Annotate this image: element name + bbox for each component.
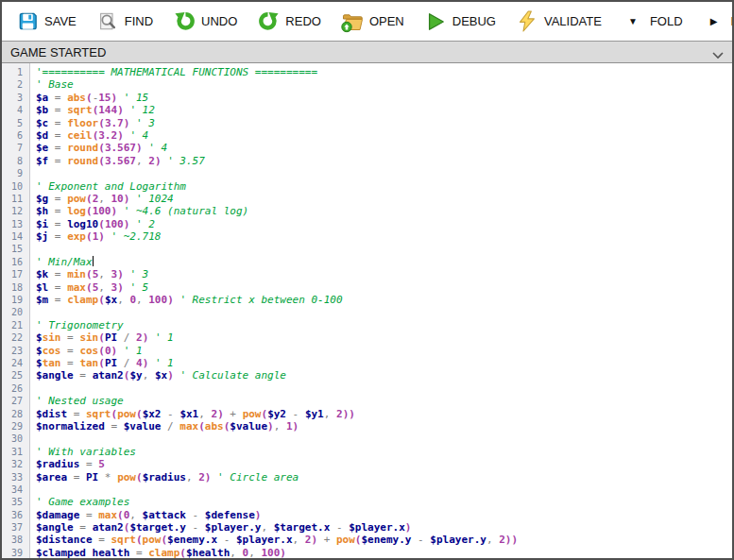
code-line[interactable]: 25$angle = atan2($y, $x) ' Calculate ang… (2, 369, 732, 382)
code-token: max (179, 420, 198, 433)
code-token: )) (505, 534, 518, 546)
code-line[interactable]: 20 (2, 306, 732, 318)
code-token: ' Nested usage (36, 395, 124, 407)
code-line[interactable]: 6$d = ceil(3.2) ' 4 (2, 129, 732, 142)
code-line[interactable]: 10' Exponent and Logarithm (2, 180, 732, 193)
code-editor[interactable]: 1'========== MATHEMATICAL FUNCTIONS ====… (2, 63, 732, 558)
code-line[interactable]: 1'========== MATHEMATICAL FUNCTIONS ====… (2, 66, 732, 78)
toolbar-button-fold[interactable]: ▼FOLD (619, 8, 686, 35)
code-token: - (186, 521, 205, 534)
code-line[interactable]: 38$distance = sqrt(pow($enemy.x - $playe… (2, 534, 732, 546)
code-token: )) (343, 408, 355, 420)
code-token: tan (79, 357, 98, 369)
code-line[interactable]: 9 (2, 167, 732, 179)
code-token: / (117, 357, 136, 369)
code-token: = (61, 345, 80, 357)
code-token: ) (136, 142, 148, 154)
code-line[interactable]: 4$b = sqrt(144) ' 12 (2, 104, 732, 116)
save-icon (16, 10, 39, 33)
code-token: atan2 (93, 521, 124, 534)
code-token: ( (179, 547, 186, 558)
code-line[interactable]: 28$dist = sqrt(pow($x2 - $x1, 2) + pow($… (2, 408, 732, 420)
code-line[interactable]: 33$area = PI * pow($radius, 2) ' Circle … (2, 471, 732, 484)
code-line[interactable]: 2' Base (2, 78, 732, 91)
code-line[interactable]: 16' Min/Max (2, 256, 732, 268)
code-token: , (274, 420, 286, 433)
code-line[interactable]: 37$angle = atan2($target.y - $player.y, … (2, 521, 732, 534)
find-icon (96, 10, 119, 33)
code-line[interactable]: 36$damage = max(0, $attack - $defense) (2, 509, 732, 521)
code-line[interactable]: 15 (2, 243, 732, 255)
game-event-dropdown[interactable]: GAME STARTED (2, 41, 732, 63)
code-line[interactable]: 22$sin = sin(PI / 2) ' 1 (2, 331, 732, 344)
code-line[interactable]: 19$m = clamp($x, 0, 100) ' Restrict x be… (2, 294, 732, 306)
line-number: 27 (2, 395, 30, 407)
code-token: ( (136, 471, 143, 484)
code-token: ceil (67, 129, 93, 142)
code-text: $clamped_health = clamp($health, 0, 100) (30, 547, 286, 558)
code-text: $j = exp(1) ' ~2.718 (30, 230, 161, 243)
code-text: $f = round(3.567, 2) ' 3.57 (30, 155, 205, 167)
code-token: $d (36, 129, 48, 142)
toolbar-button-expand[interactable]: ▶EXPAND (700, 8, 734, 35)
line-number: 37 (2, 521, 30, 534)
code-token: 4 (136, 357, 143, 369)
code-token: , (98, 268, 111, 280)
code-line[interactable]: 5$c = floor(3.7) ' 3 (2, 117, 732, 129)
code-line[interactable]: 29$normalized = $value / max(abs($value)… (2, 420, 732, 433)
code-line[interactable]: 13$i = log10(100) ' 2 (2, 218, 732, 230)
toolbar-button-label: UNDO (201, 14, 237, 28)
code-token: , (486, 534, 499, 546)
code-line[interactable]: 12$h = log(100) ' ~4.6 (natural log) (2, 205, 732, 217)
code-line[interactable]: 24$tan = tan(PI / 4) ' 1 (2, 357, 732, 369)
code-token: 2 (198, 471, 205, 484)
code-line[interactable]: 39$clamped_health = clamp($health, 0, 10… (2, 547, 732, 558)
toolbar-button-undo[interactable]: UNDO (170, 8, 240, 35)
code-line[interactable]: 3$a = abs(-15) ' 15 (2, 92, 732, 104)
toolbar-button-save[interactable]: SAVE (13, 8, 79, 35)
code-line[interactable]: 35' Game examples (2, 496, 732, 508)
code-token: = (79, 458, 98, 470)
code-line[interactable]: 7$e = round(3.567) ' 4 (2, 142, 732, 154)
chevron-down-icon[interactable] (712, 48, 724, 62)
code-token: ' Min/Max (36, 256, 93, 268)
fold-icon: ▼ (622, 10, 644, 33)
code-line[interactable]: 17$k = min(5, 3) ' 3 (2, 268, 732, 280)
code-line[interactable]: 11$g = pow(2, 10) ' 1024 (2, 193, 732, 205)
code-line[interactable]: 31' With variables (2, 446, 732, 458)
code-token: = (48, 193, 67, 205)
code-line[interactable]: 23$cos = cos(0) ' 1 (2, 345, 732, 357)
code-token: , (198, 408, 211, 420)
code-line[interactable]: 34 (2, 484, 732, 496)
toolbar-button-open[interactable]: OPEN (338, 8, 407, 35)
code-token: ( (136, 534, 143, 546)
code-token: 2 (136, 331, 143, 344)
toolbar-button-label: OPEN (369, 14, 404, 28)
code-text: $e = round(3.567) ' 4 (30, 142, 167, 154)
toolbar-button-redo[interactable]: REDO (254, 8, 324, 35)
code-token: ) (124, 193, 136, 205)
toolbar-button-find[interactable]: FIND (94, 8, 156, 35)
code-line[interactable]: 27' Nested usage (2, 395, 732, 407)
code-token: 3.7 (105, 117, 124, 129)
line-number: 29 (2, 420, 30, 433)
code-line[interactable]: 32$radius = 5 (2, 458, 732, 470)
undo-icon (173, 10, 196, 33)
toolbar-button-validate[interactable]: VALIDATE (513, 8, 605, 35)
code-line[interactable]: 30 (2, 433, 732, 445)
code-token: log10 (67, 218, 98, 230)
code-text (30, 243, 36, 255)
code-line[interactable]: 21' Trigonometry (2, 319, 732, 331)
code-token: , (98, 281, 111, 294)
code-line[interactable]: 18$l = max(5, 3) ' 5 (2, 281, 732, 294)
code-line[interactable]: 26 (2, 382, 732, 395)
code-line[interactable]: 8$f = round(3.567, 2) ' 3.57 (2, 155, 732, 167)
line-number: 39 (2, 547, 30, 558)
toolbar-button-debug[interactable]: DEBUG (421, 8, 499, 35)
code-token: $enemy.x (167, 534, 217, 546)
code-token: , (117, 294, 129, 306)
code-line[interactable]: 14$j = exp(1) ' ~2.718 (2, 230, 732, 243)
code-text: $tan = tan(PI / 4) ' 1 (30, 357, 174, 369)
toolbar-button-label: DEBUG (452, 14, 496, 28)
code-token: 0 (129, 294, 136, 306)
